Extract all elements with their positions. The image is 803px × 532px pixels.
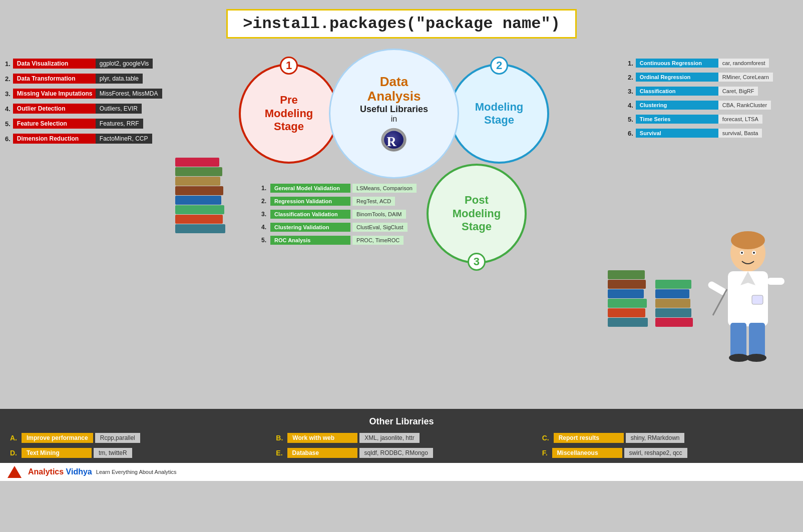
item-value: survival, Basta xyxy=(718,129,762,138)
item-number: 1. xyxy=(628,60,633,67)
center-area: 1 Pre Modeling Stage Data Analysis Usefu… xyxy=(160,44,628,264)
post-modeling-area: 1. General Model Validation LSMeans, Com… xyxy=(160,164,628,264)
pre-modeling-list: 1. Data Visualization ggplot2, googleVis… xyxy=(5,44,160,149)
other-library-item: A. Improve performance Rcpp,parallel xyxy=(10,433,261,443)
other-library-item: E. Database sqldf, RODBC, RMongo xyxy=(276,448,527,458)
item-label: Feature Selection xyxy=(13,119,96,129)
item-label: Data Transformation xyxy=(13,74,96,84)
item-value: CBA, RankCluster xyxy=(718,101,771,110)
svg-point-18 xyxy=(753,252,755,254)
item-label: Report results xyxy=(554,433,624,443)
post-item: 5. ROC Analysis PROC, TimeROC xyxy=(261,236,417,245)
post-num-badge: 3 xyxy=(468,253,486,271)
header-banner: >install.packages("package name") xyxy=(0,0,803,44)
item-number: 2. xyxy=(628,74,633,81)
item-value: swirl, reshape2, qcc xyxy=(624,448,687,458)
item-value: car, randomforest xyxy=(718,59,769,68)
item-letter: F. xyxy=(542,449,548,457)
character-illustration xyxy=(708,230,788,371)
item-value: ggplot2, googleVis xyxy=(96,59,153,69)
item-label: Improve performance xyxy=(22,433,93,443)
footer: Analytics Vidhya Learn Everything About … xyxy=(0,463,803,481)
item-label: Missing Value Imputations xyxy=(13,89,96,99)
item-value: Features, RRF xyxy=(96,119,143,129)
item-label: Outlier Detection xyxy=(13,104,96,114)
item-value: Outliers, EVIR xyxy=(96,104,142,114)
books-decoration-left xyxy=(175,158,225,234)
center-line2: Analysis xyxy=(367,89,421,104)
other-library-item: D. Text Mining tm, twitteR xyxy=(10,448,261,458)
circle-pre-modeling: 1 Pre Modeling Stage xyxy=(239,64,339,164)
item-value: RegTest, ACD xyxy=(352,197,395,206)
model-item: 2. Ordinal Regression RMiner, CoreLearn xyxy=(628,73,798,82)
item-label: Classification Validation xyxy=(270,210,350,219)
center-line3: Useful Libraries xyxy=(360,104,428,115)
pre-stage-label: Pre Modeling Stage xyxy=(265,94,313,133)
svg-rect-14 xyxy=(767,278,784,285)
item-value: forecast, LTSA xyxy=(718,115,762,124)
pre-num-badge: 1 xyxy=(280,57,298,75)
pre-item: 5. Feature Selection Features, RRF xyxy=(5,119,160,129)
post-item: 2. Regression Validation RegTest, ACD xyxy=(261,197,417,206)
model-item: 1. Continuous Regression car, randomfore… xyxy=(628,59,798,68)
post-stage-label: Post Modeling Stage xyxy=(453,194,501,233)
pre-item: 1. Data Visualization ggplot2, googleVis xyxy=(5,59,160,69)
item-value: sqldf, RODBC, RMongo xyxy=(359,448,433,458)
item-number: 3. xyxy=(628,88,633,95)
post-item: 4. Clustering Validation ClustEval, SigC… xyxy=(261,223,417,232)
item-number: 4. xyxy=(628,102,633,109)
item-label: Classification xyxy=(636,87,718,96)
item-number: 6. xyxy=(628,130,633,137)
item-label: Work with web xyxy=(287,433,357,443)
svg-rect-8 xyxy=(730,323,746,358)
post-item: 1. General Model Validation LSMeans, Com… xyxy=(261,184,417,193)
item-number: 2. xyxy=(261,198,266,205)
item-label: Text Mining xyxy=(22,448,92,458)
model-item: 3. Classification Caret, BigRF xyxy=(628,87,798,96)
svg-point-10 xyxy=(729,354,749,362)
circles-row: 1 Pre Modeling Stage Data Analysis Usefu… xyxy=(239,49,549,179)
other-libraries-title: Other Libraries xyxy=(10,416,793,427)
circle-center: Data Analysis Useful Libraries in xyxy=(329,49,459,179)
item-label: Dimension Reduction xyxy=(13,134,96,144)
other-library-item: C. Report results shiny, RMarkdown xyxy=(542,433,793,443)
item-value: MissForest, MissMDA xyxy=(96,89,162,99)
item-letter: A. xyxy=(10,434,17,442)
item-letter: B. xyxy=(276,434,283,442)
item-number: 4. xyxy=(5,105,11,113)
item-label: Ordinal Regression xyxy=(636,73,718,82)
main-content: 1. Data Visualization ggplot2, googleVis… xyxy=(0,44,803,404)
post-item: 3. Classification Validation BinomTools,… xyxy=(261,210,417,219)
circle-modeling: 2 Modeling Stage xyxy=(449,64,549,164)
item-value: FactoMineR, CCP xyxy=(96,134,152,144)
item-label: Miscellaneous xyxy=(552,448,622,458)
brand-name: Analytics Vidhya xyxy=(28,467,92,476)
svg-point-16 xyxy=(741,252,743,254)
circle-post-modeling: Post Modeling Stage 3 xyxy=(427,164,527,264)
svg-point-11 xyxy=(746,354,766,362)
svg-rect-7 xyxy=(752,295,763,304)
pre-item: 3. Missing Value Imputations MissForest,… xyxy=(5,89,160,99)
item-value: Caret, BigRF xyxy=(718,87,758,96)
item-number: 3. xyxy=(5,90,11,98)
pre-item: 2. Data Transformation plyr, data.table xyxy=(5,74,160,84)
item-label: Continuous Regression xyxy=(636,59,718,68)
item-number: 5. xyxy=(5,120,11,128)
item-label: Time Series xyxy=(636,115,718,124)
other-libraries-grid: A. Improve performance Rcpp,parallel B. … xyxy=(10,433,793,458)
pre-item: 6. Dimension Reduction FactoMineR, CCP xyxy=(5,134,160,144)
item-value: RMiner, CoreLearn xyxy=(718,73,773,82)
header-code: >install.packages("package name") xyxy=(226,9,577,39)
item-value: BinomTools, DAIM xyxy=(352,210,406,219)
item-number: 6. xyxy=(5,135,11,143)
item-value: shiny, RMarkdown xyxy=(626,433,685,443)
item-label: Clustering Validation xyxy=(270,223,350,232)
item-label: ROC Analysis xyxy=(270,236,350,245)
item-number: 1. xyxy=(261,185,266,192)
item-letter: D. xyxy=(10,449,17,457)
pre-item: 4. Outlier Detection Outliers, EVIR xyxy=(5,104,160,114)
model-item: 6. Survival survival, Basta xyxy=(628,129,798,138)
model-item: 4. Clustering CBA, RankCluster xyxy=(628,101,798,110)
item-label: Survival xyxy=(636,129,718,138)
item-number: 1. xyxy=(5,60,11,68)
